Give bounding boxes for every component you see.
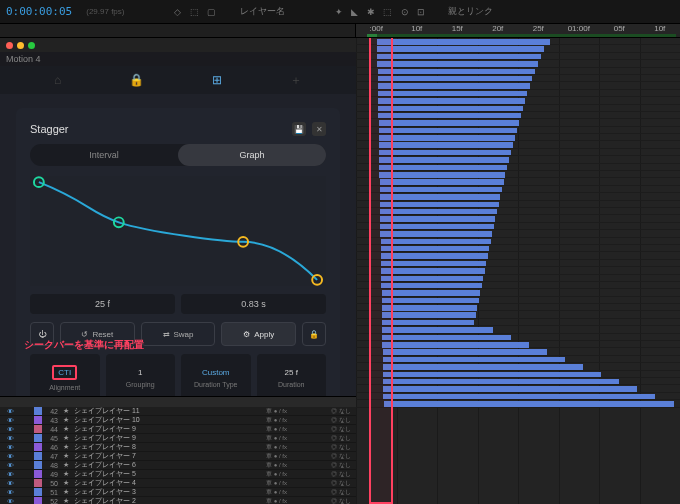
layer-bar[interactable]: [383, 349, 547, 355]
layer-bar[interactable]: [379, 165, 507, 171]
label-color[interactable]: [34, 452, 42, 460]
save-icon[interactable]: 💾: [292, 122, 306, 136]
layer-bar[interactable]: [378, 91, 527, 97]
layer-bar[interactable]: [382, 298, 479, 304]
label-color[interactable]: [34, 479, 42, 487]
layer-bar[interactable]: [380, 216, 495, 222]
layer-bar[interactable]: [379, 128, 517, 134]
label-color[interactable]: [34, 497, 42, 504]
layer-bar[interactable]: [381, 276, 483, 282]
easing-graph[interactable]: [30, 176, 326, 286]
layer-bar[interactable]: [382, 290, 481, 296]
layer-bar[interactable]: [379, 142, 513, 148]
layer-bar[interactable]: [383, 357, 565, 363]
label-color[interactable]: [34, 461, 42, 469]
layer-bar[interactable]: [379, 157, 509, 163]
opt-duration[interactable]: 25 f Duration: [257, 354, 327, 402]
visibility-icon[interactable]: 👁: [0, 471, 20, 478]
layer-bar[interactable]: [383, 379, 619, 385]
layer-bar[interactable]: [377, 61, 537, 67]
layer-bar[interactable]: [382, 327, 492, 333]
time-ruler[interactable]: :00f10f15f20f25f01:00f05f10f: [356, 24, 680, 37]
layer-bar[interactable]: [381, 261, 486, 267]
label-color[interactable]: [34, 416, 42, 424]
layer-bar[interactable]: [379, 135, 515, 141]
layer-bar[interactable]: [380, 209, 497, 215]
layer-bar[interactable]: [381, 253, 488, 259]
layer-bar[interactable]: [381, 283, 481, 289]
layer-bar[interactable]: [382, 342, 528, 348]
visibility-icon[interactable]: 👁: [0, 498, 20, 505]
value-seconds[interactable]: 0.83 s: [181, 294, 326, 314]
stagger-icon[interactable]: ⊞: [212, 73, 222, 87]
layer-bar[interactable]: [383, 364, 583, 370]
visibility-icon[interactable]: 👁: [0, 426, 20, 433]
layer-bar[interactable]: [380, 231, 492, 237]
tab-graph[interactable]: Graph: [178, 144, 326, 166]
close-panel-icon[interactable]: ✕: [312, 122, 326, 136]
label-color[interactable]: [34, 434, 42, 442]
ruler-tick: 25f: [533, 24, 544, 33]
visibility-icon[interactable]: 👁: [0, 408, 20, 415]
plus-icon[interactable]: ＋: [290, 72, 302, 89]
layer-bar[interactable]: [380, 194, 500, 200]
layer-bar[interactable]: [378, 98, 525, 104]
visibility-icon[interactable]: 👁: [0, 453, 20, 460]
layer-bar[interactable]: [380, 224, 493, 230]
visibility-icon[interactable]: 👁: [0, 489, 20, 496]
opt-duration-type[interactable]: Custom Duration Type: [181, 354, 251, 402]
layer-bar[interactable]: [378, 106, 522, 112]
lock-icon[interactable]: 🔒: [129, 73, 144, 87]
layer-bar[interactable]: [381, 239, 491, 245]
visibility-icon[interactable]: 👁: [0, 462, 20, 469]
minimize-icon[interactable]: [17, 42, 24, 49]
timecode-display[interactable]: 0:00:00:05: [6, 5, 72, 18]
label-color[interactable]: [34, 425, 42, 433]
layer-bar[interactable]: [383, 372, 601, 378]
layer-bar[interactable]: [379, 120, 519, 126]
layer-bar[interactable]: [382, 312, 476, 318]
visibility-icon[interactable]: 👁: [0, 444, 20, 451]
opt-grouping[interactable]: 1 Grouping: [106, 354, 176, 402]
layer-bar[interactable]: [377, 39, 550, 45]
label-color[interactable]: [34, 488, 42, 496]
layer-bar[interactable]: [378, 83, 530, 89]
layer-bar[interactable]: [383, 394, 655, 400]
layer-bar[interactable]: [382, 305, 477, 311]
layer-bar[interactable]: [378, 113, 520, 119]
layer-bar[interactable]: [378, 69, 535, 75]
tab-interval[interactable]: Interval: [30, 144, 178, 166]
layer-bar[interactable]: [381, 268, 484, 274]
lock-apply-icon[interactable]: 🔒: [302, 322, 326, 346]
layer-bar[interactable]: [381, 246, 489, 252]
panel-titlebar[interactable]: [0, 38, 356, 52]
visibility-icon[interactable]: 👁: [0, 480, 20, 487]
label-color[interactable]: [34, 443, 42, 451]
label-color[interactable]: [34, 470, 42, 478]
layer-bar[interactable]: [379, 150, 511, 156]
apply-button[interactable]: ⚙ Apply: [221, 322, 296, 346]
maximize-icon[interactable]: [28, 42, 35, 49]
layer-bar[interactable]: [380, 179, 504, 185]
visibility-icon[interactable]: 👁: [0, 417, 20, 424]
layer-row[interactable]: 👁52★シェイプレイヤー 2車 ● / fx◎ なし: [0, 497, 356, 504]
home-icon[interactable]: ⌂: [54, 73, 61, 87]
layer-bar[interactable]: [379, 172, 505, 178]
layer-bar[interactable]: [378, 76, 532, 82]
layer-bar[interactable]: [377, 54, 540, 60]
layer-bar[interactable]: [377, 46, 544, 52]
visibility-icon[interactable]: 👁: [0, 435, 20, 442]
layer-bar[interactable]: [382, 320, 474, 326]
close-icon[interactable]: [6, 42, 13, 49]
label-color[interactable]: [34, 407, 42, 415]
opt-alignment[interactable]: CTI Alignment: [30, 354, 100, 402]
layer-bar[interactable]: [380, 202, 499, 208]
layer-bar[interactable]: [382, 335, 510, 341]
timeline-area[interactable]: [356, 38, 680, 504]
layer-bar[interactable]: [380, 187, 502, 193]
swap-button[interactable]: ⇄ Swap: [141, 322, 216, 346]
playhead-highlight[interactable]: [369, 38, 393, 504]
value-frames[interactable]: 25 f: [30, 294, 175, 314]
layer-bar[interactable]: [384, 401, 674, 407]
layer-bar[interactable]: [383, 386, 637, 392]
